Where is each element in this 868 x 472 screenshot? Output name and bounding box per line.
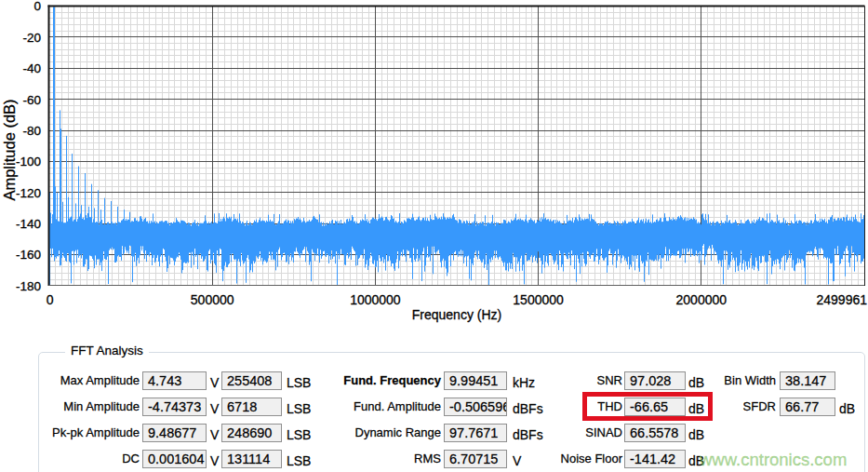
svg-text:500000: 500000	[191, 292, 234, 307]
svg-text:-60: -60	[22, 93, 41, 107]
svg-text:-160: -160	[16, 248, 41, 262]
svg-text:1500000: 1500000	[513, 292, 564, 307]
svg-text:-180: -180	[16, 279, 41, 293]
svg-text:-80: -80	[22, 124, 41, 138]
svg-text:1000000: 1000000	[350, 292, 401, 307]
svg-text:-120: -120	[16, 186, 41, 200]
svg-text:Amplitude (dB): Amplitude (dB)	[1, 99, 18, 200]
svg-text:0: 0	[47, 292, 54, 307]
svg-text:-20: -20	[22, 31, 41, 45]
svg-text:-140: -140	[16, 217, 41, 231]
svg-text:-100: -100	[16, 155, 41, 169]
svg-text:2499961: 2499961	[816, 292, 867, 307]
svg-text:0: 0	[33, 0, 41, 13]
svg-text:Frequency (Hz): Frequency (Hz)	[412, 307, 501, 322]
svg-text:-40: -40	[22, 61, 41, 75]
svg-text:2000000: 2000000	[676, 292, 728, 307]
